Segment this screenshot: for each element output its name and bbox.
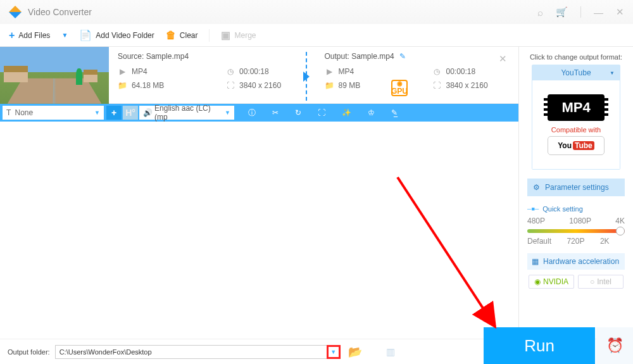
remove-item-button[interactable]: ✕ [499, 53, 507, 65]
size-icon: 📁 [325, 81, 334, 90]
toolbar: +Add Files ▼ 📄Add Video Folder 🗑Clear ▣M… [0, 24, 633, 47]
audio-select[interactable]: 🔊 English aac (LC) (mp▼ [139, 106, 234, 120]
add-folder-button[interactable]: 📄Add Video Folder [79, 29, 154, 41]
resolution-icon: ⛶ [225, 81, 235, 90]
close-button[interactable]: ✕ [616, 6, 624, 18]
subtitle-select[interactable]: T None▼ [3, 106, 104, 120]
subtitle-icon: T [6, 108, 11, 117]
output-folder-input[interactable] [55, 345, 327, 359]
chevron-down-icon: ▼ [610, 70, 615, 76]
watermark-tool-icon[interactable]: ♔ [368, 108, 375, 117]
output-folder-dropdown[interactable]: ▼ [327, 345, 341, 359]
format-icon: ▶ [118, 67, 127, 76]
preset-icon[interactable]: ▥ [386, 346, 395, 358]
info-tool-icon[interactable]: ⓘ [248, 108, 256, 118]
speaker-icon: 🔊 [143, 108, 153, 117]
slider-knob[interactable] [616, 227, 625, 235]
add-files-button[interactable]: +Add Files [9, 30, 50, 41]
clock-icon: ◷ [432, 67, 442, 76]
edit-tool-icon[interactable]: ✎̲ [391, 108, 398, 117]
edit-output-icon[interactable]: ✎ [399, 52, 406, 61]
output-label: Output: Sample.mp4 [325, 52, 394, 61]
resolution-icon: ⛶ [432, 81, 442, 90]
app-logo-icon [9, 6, 22, 18]
clock-icon: ◷ [225, 67, 235, 76]
effects-tool-icon[interactable]: ✨ [342, 108, 351, 117]
sidebar: Click to change output format: YouTube▼ … [519, 47, 633, 338]
parameter-settings-button[interactable]: ⚙Parameter settings [527, 179, 625, 196]
cut-tool-icon[interactable]: ✂ [272, 108, 279, 117]
browse-folder-icon[interactable]: 📂 [348, 345, 362, 359]
format-label: Click to change output format: [530, 53, 622, 61]
crop-tool-icon[interactable]: ⛶ [318, 108, 325, 117]
cart-icon[interactable]: 🛒 [556, 6, 568, 18]
run-button[interactable]: Run [484, 327, 595, 364]
rotate-tool-icon[interactable]: ↻ [295, 108, 301, 117]
size-icon: 📁 [118, 81, 127, 90]
key-icon[interactable]: ⌕ [537, 7, 543, 18]
mp4-badge-icon: MP4 [548, 94, 605, 121]
chip-icon: ▦ [532, 257, 539, 266]
nvidia-icon: ◉ [534, 277, 541, 286]
merge-icon: ▣ [221, 29, 230, 41]
arrow-divider-icon [306, 52, 307, 101]
clear-button[interactable]: 🗑Clear [166, 30, 198, 41]
format-icon: ▶ [325, 67, 334, 76]
hardware-accel-button[interactable]: ▦Hardware acceleration [527, 253, 625, 270]
minimize-button[interactable]: — [594, 7, 603, 18]
intel-badge: ○Intel [578, 275, 624, 289]
sliders-icon: ⚙ [533, 183, 540, 192]
trash-icon: 🗑 [166, 30, 176, 41]
action-bar: T None▼ + H° 🔊 English aac (LC) (mp▼ ⓘ ✂… [0, 104, 518, 122]
nvidia-badge: ◉NVIDIA [529, 275, 574, 289]
add-files-dropdown[interactable]: ▼ [61, 32, 68, 39]
video-thumbnail[interactable] [0, 47, 109, 104]
add-subtitle-button[interactable]: + [106, 106, 122, 120]
app-title: Video Converter [28, 7, 92, 17]
gpu-badge-icon: GPU [391, 80, 408, 96]
output-folder-label: Output folder: [8, 348, 50, 356]
titlebar: Video Converter ⌕ 🛒 — ✕ [0, 0, 633, 24]
youtube-icon: YouTube [548, 136, 605, 155]
plus-icon: + [9, 30, 15, 41]
quality-slider[interactable] [527, 229, 625, 233]
format-selector[interactable]: YouTube▼ MP4 Compatible with YouTube [532, 65, 620, 170]
file-item: Source: Sample.mp4 ▶MP4 ◷00:00:18 📁64.18… [0, 47, 518, 104]
source-label: Source: Sample.mp4 [118, 52, 303, 61]
folder-plus-icon: 📄 [79, 29, 92, 41]
merge-button: ▣Merge [221, 29, 256, 41]
quick-setting-label: Quick setting [527, 205, 625, 213]
intel-icon: ○ [590, 277, 594, 286]
alarm-icon[interactable]: ⏰ [596, 327, 633, 364]
hardcode-subtitle-button[interactable]: H° [123, 106, 138, 120]
